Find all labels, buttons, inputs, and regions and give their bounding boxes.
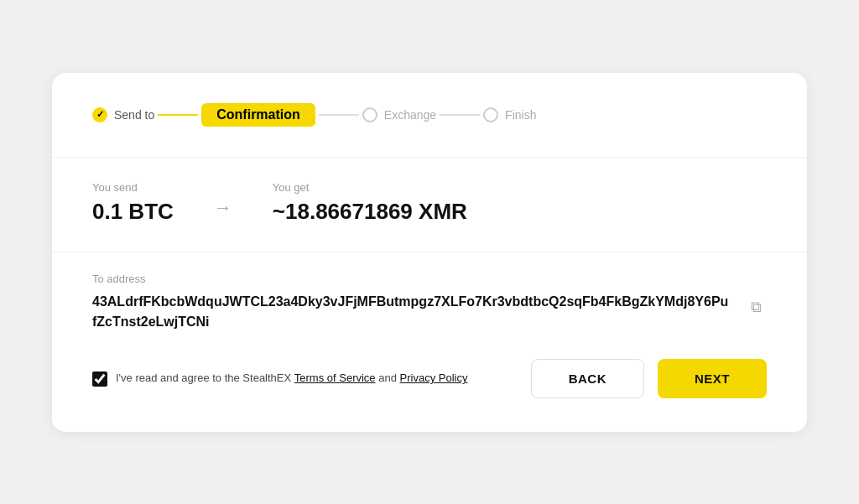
send-col: You send 0.1 BTC: [92, 181, 174, 225]
tos-link-terms[interactable]: Terms of Service: [294, 372, 376, 384]
exchange-info: You send 0.1 BTC → You get ~18.86671869 …: [92, 181, 767, 225]
button-group: BACK NEXT: [531, 359, 767, 398]
address-section: To address 43ALdrfFKbcbWdquJWTCL23a4Dky3…: [92, 273, 767, 332]
copy-icon: ⧉: [751, 299, 762, 315]
footer: I've read and agree to the StealthEX Ter…: [92, 359, 767, 398]
address-value: 43ALdrfFKbcbWdquJWTCL23a4Dky3vJFjMFButmp…: [92, 292, 732, 332]
receive-col: You get ~18.86671869 XMR: [273, 181, 467, 225]
tos-text-before: I've read and agree to the StealthEX: [116, 372, 294, 384]
tos-text: I've read and agree to the StealthEX Ter…: [116, 370, 467, 387]
stepper: Send to Confirmation Exchange Finish: [92, 103, 767, 127]
step-label-send-to: Send to: [114, 108, 154, 122]
step-label-exchange: Exchange: [384, 108, 436, 122]
back-button[interactable]: BACK: [531, 359, 644, 398]
tos-row: I've read and agree to the StealthEX Ter…: [92, 370, 518, 387]
step-exchange: Exchange: [362, 107, 436, 122]
address-label: To address: [92, 273, 767, 285]
divider-2: [52, 252, 807, 252]
divider-1: [52, 157, 807, 158]
arrow-icon: →: [214, 197, 232, 219]
step-send-to: Send to: [92, 107, 154, 122]
next-button[interactable]: NEXT: [658, 359, 767, 398]
address-row: 43ALdrfFKbcbWdquJWTCL23a4Dky3vJFjMFButmp…: [92, 292, 767, 332]
step-dot-send-to: [92, 107, 107, 122]
receive-value: ~18.86671869 XMR: [273, 199, 467, 225]
tos-link-privacy[interactable]: Privacy Policy: [400, 372, 468, 384]
step-label-finish: Finish: [505, 108, 536, 122]
step-finish: Finish: [483, 107, 536, 122]
step-confirmation: Confirmation: [201, 103, 315, 127]
step-connector-2: [319, 114, 359, 116]
step-connector-3: [440, 114, 480, 116]
tos-checkbox[interactable]: [92, 372, 107, 387]
send-value: 0.1 BTC: [92, 199, 174, 225]
send-label: You send: [92, 181, 174, 194]
step-dot-exchange: [362, 107, 377, 122]
step-dot-finish: [483, 107, 498, 122]
step-connector-1: [158, 114, 198, 116]
confirmation-card: Send to Confirmation Exchange Finish You…: [52, 73, 807, 432]
tos-text-between: and: [376, 372, 400, 384]
step-label-confirmation: Confirmation: [201, 103, 315, 127]
copy-button[interactable]: ⧉: [746, 294, 767, 321]
receive-label: You get: [273, 181, 467, 194]
